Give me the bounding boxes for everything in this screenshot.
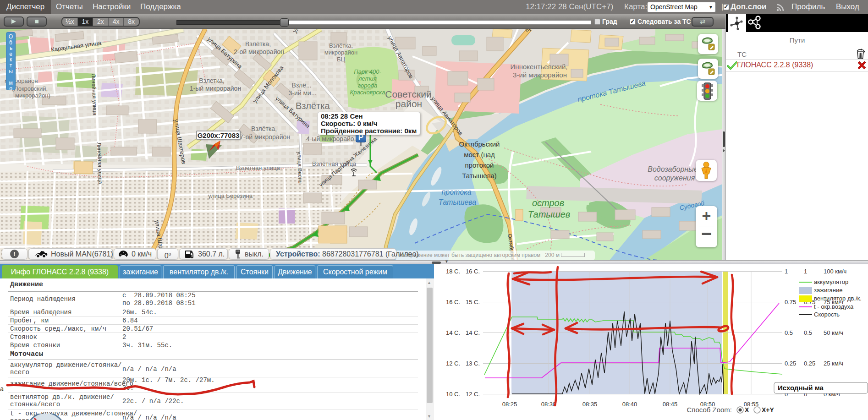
svg-text:Взлётка: Взлётка	[296, 101, 330, 111]
svg-text:14 C.: 14 C.	[466, 329, 480, 336]
svg-text:Иннокентьевский,: Иннокентьевский,	[511, 63, 568, 71]
svg-text:1: 1	[804, 268, 807, 275]
svg-text:БЦ: БЦ	[337, 56, 346, 63]
svg-text:0.5: 0.5	[804, 329, 812, 336]
svg-text:Способ Zoom:: Способ Zoom:	[687, 406, 732, 414]
svg-text:X+Y: X+Y	[762, 406, 775, 414]
svg-text:1-ый микрорайон: 1-ый микрорайон	[190, 85, 241, 92]
svg-text:16 C.: 16 C.	[446, 299, 460, 305]
svg-text:2-ой микрорайон: 2-ой микрорайон	[234, 48, 284, 55]
svg-text:города: города	[358, 82, 377, 89]
svg-text:микрорайон): микрорайон)	[15, 92, 50, 99]
svg-text:Парк 400-: Парк 400-	[354, 68, 381, 75]
svg-text:12 C.: 12 C.	[446, 360, 460, 367]
svg-text:0.75: 0.75	[785, 299, 796, 305]
svg-text:10 C.: 10 C.	[446, 391, 460, 398]
svg-text:сооружения: сооружения	[654, 174, 695, 182]
svg-text:район: район	[396, 98, 422, 109]
svg-text:Октябрьский: Октябрьский	[459, 140, 500, 148]
svg-text:Татышева: Татышева	[439, 198, 477, 206]
svg-text:улица Березина: улица Березина	[208, 192, 253, 199]
svg-text:улица Весны: улица Весны	[296, 152, 304, 185]
svg-text:08:35: 08:35	[582, 401, 598, 408]
svg-text:микрорайон: микрорайон	[324, 49, 357, 56]
svg-text:13 C.: 13 C.	[466, 360, 480, 367]
svg-text:t - окр.воздуха: t - окр.воздуха	[814, 303, 854, 310]
svg-text:25 км/ч: 25 км/ч	[824, 360, 843, 367]
svg-text:протокой: протокой	[465, 161, 494, 169]
svg-text:Татышев: Татышев	[528, 209, 570, 219]
svg-text:14 C.: 14 C.	[446, 329, 460, 336]
svg-text:(Покровский,: (Покровский,	[12, 85, 48, 92]
svg-text:вентилятор дв./к.: вентилятор дв./к.	[814, 295, 862, 302]
svg-text:Взлётка,: Взлётка,	[329, 42, 353, 49]
svg-text:X: X	[745, 406, 749, 414]
svg-text:Советский: Советский	[385, 89, 431, 99]
svg-text:3-ий микрорайон: 3-ий микрорайон	[513, 71, 567, 79]
svg-text:15 C.: 15 C.	[466, 299, 480, 305]
svg-text:3-ий ми...: 3-ий ми...	[288, 89, 316, 97]
svg-text:100 км/ч: 100 км/ч	[824, 268, 846, 275]
svg-text:08:30: 08:30	[541, 401, 556, 408]
svg-text:12 C.: 12 C.	[466, 391, 480, 398]
svg-text:7-ой микрорайон: 7-ой микрорайон	[240, 133, 290, 141]
svg-text:Взлётка,: Взлётка,	[245, 40, 271, 48]
svg-text:Взлё...: Взлё...	[291, 82, 311, 89]
svg-text:0.25: 0.25	[785, 360, 796, 367]
svg-text:Взлетная улица: Взлетная улица	[236, 164, 280, 171]
svg-text:16 C.: 16 C.	[466, 268, 480, 275]
svg-text:Скорость: Скорость	[814, 311, 840, 318]
svg-text:протока: протока	[441, 188, 471, 196]
svg-text:мост (над: мост (над	[464, 151, 495, 158]
svg-text:0.5: 0.5	[785, 329, 793, 336]
svg-text:Взлётка,: Взлётка,	[251, 125, 277, 132]
svg-text:50 км/ч: 50 км/ч	[824, 329, 843, 336]
svg-text:Татышева): Татышева)	[462, 172, 497, 180]
svg-text:Водозаборные: Водозаборные	[648, 165, 698, 173]
svg-text:Красноярска: Красноярска	[350, 89, 385, 96]
svg-text:0.25: 0.25	[804, 360, 815, 367]
svg-text:Взлетка,: Взлетка,	[199, 77, 225, 84]
svg-text:08:25: 08:25	[502, 401, 517, 408]
svg-text:остров: остров	[532, 198, 564, 208]
svg-text:зажигание: зажигание	[814, 287, 843, 294]
svg-text:аккумулятор: аккумулятор	[814, 278, 848, 285]
svg-text:1: 1	[785, 268, 788, 275]
svg-text:08:45: 08:45	[663, 401, 678, 408]
svg-text:08:40: 08:40	[622, 401, 637, 408]
svg-text:4-ый микрорайо...: 4-ый микрорайо...	[306, 135, 359, 142]
svg-text:18 C.: 18 C.	[446, 268, 460, 275]
svg-text:летия: летия	[358, 75, 376, 82]
svg-text:Исходный ма: Исходный ма	[778, 384, 824, 392]
